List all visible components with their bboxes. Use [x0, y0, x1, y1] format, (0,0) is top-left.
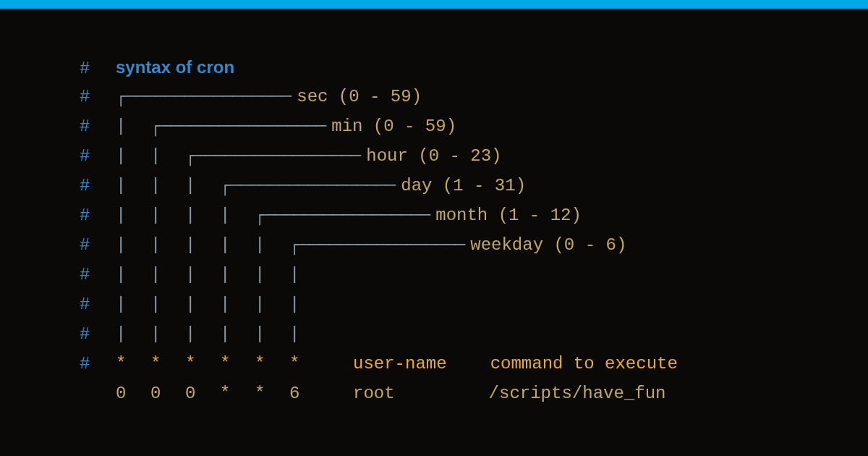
hash-spacer — [80, 379, 116, 408]
pipe-connector: | — [116, 290, 150, 319]
pipe-connector: | — [150, 260, 185, 290]
title-row: # syntax of cron — [80, 52, 868, 82]
pipe-connector: | — [185, 290, 220, 319]
cron-value-weekday: 6 — [289, 379, 324, 408]
hash-symbol: # — [80, 111, 116, 141]
hash-symbol: # — [80, 200, 116, 230]
field-label-month: month (1 - 12) — [435, 200, 582, 230]
example-row: 0 0 0 * * 6 root /scripts/have_fun — [80, 379, 868, 408]
corner-connector: ┌ — [255, 200, 265, 230]
user-value: root — [353, 379, 395, 408]
hash-symbol: # — [80, 260, 116, 290]
pipe-row: # | | | | | | — [80, 260, 868, 290]
pipe-connector: | — [116, 141, 150, 171]
star-placeholder: * — [116, 349, 150, 379]
hash-symbol: # — [80, 349, 116, 379]
field-label-day: day (1 - 31) — [401, 171, 526, 200]
pipe-connector: | — [116, 260, 150, 290]
corner-connector: ┌ — [116, 82, 126, 111]
pipe-connector: | — [255, 319, 289, 349]
pipe-connector: | — [150, 200, 185, 230]
pipe-connector: | — [220, 290, 255, 319]
field-row-sec: # ┌───────────────── sec (0 - 59) — [80, 82, 868, 111]
pipe-connector: | — [220, 260, 255, 290]
pipe-connector: | — [220, 319, 255, 349]
pipe-row: # | | | | | | — [80, 290, 868, 319]
pipe-connector: | — [255, 290, 289, 319]
corner-connector: ┌ — [220, 171, 230, 200]
star-placeholder: * — [289, 349, 324, 379]
pipe-connector: | — [289, 319, 324, 349]
horizontal-line: ───────────────── — [161, 111, 326, 141]
pipe-connector: | — [185, 230, 220, 260]
pipe-connector: | — [220, 230, 255, 260]
hash-symbol: # — [80, 82, 116, 111]
pipe-connector: | — [185, 319, 220, 349]
pipe-connector: | — [116, 319, 150, 349]
field-row-min: # | ┌───────────────── min (0 - 59) — [80, 111, 868, 141]
field-label-hour: hour (0 - 23) — [366, 141, 501, 171]
user-column-label: user-name — [353, 349, 447, 379]
command-column-label: command to execute — [490, 349, 678, 379]
top-accent-bar — [0, 0, 868, 9]
pipe-connector: | — [116, 200, 150, 230]
pipe-connector: | — [185, 171, 220, 200]
corner-connector: ┌ — [150, 111, 161, 141]
hash-symbol: # — [80, 230, 116, 260]
pipe-row: # | | | | | | — [80, 319, 868, 349]
field-label-min: min (0 - 59) — [331, 111, 456, 141]
pipe-connector: | — [150, 230, 185, 260]
horizontal-line: ───────────────── — [265, 200, 430, 230]
field-row-month: # | | | | ┌───────────────── month (1 - … — [80, 200, 868, 230]
syntax-template-row: # * * * * * * user-name command to execu… — [80, 349, 868, 379]
star-placeholder: * — [150, 349, 185, 379]
corner-connector: ┌ — [289, 230, 299, 260]
cron-value-day: * — [220, 379, 255, 408]
pipe-connector: | — [185, 200, 220, 230]
pipe-connector: | — [220, 200, 255, 230]
hash-symbol: # — [80, 290, 116, 319]
field-label-sec: sec (0 - 59) — [297, 82, 422, 111]
pipe-connector: | — [116, 171, 150, 200]
pipe-connector: | — [255, 230, 289, 260]
hash-symbol: # — [80, 54, 116, 83]
horizontal-line: ───────────────── — [126, 82, 291, 111]
field-row-day: # | | | ┌───────────────── day (1 - 31) — [80, 171, 868, 200]
horizontal-line: ───────────────── — [230, 171, 395, 200]
horizontal-line: ───────────────── — [195, 141, 360, 171]
pipe-connector: | — [289, 290, 324, 319]
star-placeholder: * — [255, 349, 289, 379]
cron-value-hour: 0 — [185, 379, 220, 408]
command-value: /scripts/have_fun — [489, 379, 666, 408]
field-row-hour: # | | ┌───────────────── hour (0 - 23) — [80, 141, 868, 171]
hash-symbol: # — [80, 319, 116, 349]
corner-connector: ┌ — [185, 141, 195, 171]
hash-symbol: # — [80, 141, 116, 171]
cron-value-month: * — [255, 379, 289, 408]
field-label-weekday: weekday (0 - 6) — [470, 230, 626, 260]
cron-value-sec: 0 — [116, 379, 150, 408]
pipe-connector: | — [255, 260, 289, 290]
pipe-connector: | — [150, 171, 185, 200]
pipe-connector: | — [289, 260, 324, 290]
cron-diagram: # syntax of cron # ┌───────────────── se… — [0, 9, 868, 408]
cron-value-min: 0 — [150, 379, 185, 408]
pipe-connector: | — [116, 111, 150, 141]
pipe-connector: | — [150, 319, 185, 349]
hash-symbol: # — [80, 171, 116, 200]
field-row-weekday: # | | | | | ┌───────────────── weekday (… — [80, 230, 868, 260]
pipe-connector: | — [116, 230, 150, 260]
star-placeholder: * — [220, 349, 255, 379]
pipe-connector: | — [150, 290, 185, 319]
pipe-connector: | — [185, 260, 220, 290]
pipe-connector: | — [150, 141, 185, 171]
star-placeholder: * — [185, 349, 220, 379]
diagram-title: syntax of cron — [116, 52, 234, 82]
horizontal-line: ───────────────── — [299, 230, 464, 260]
